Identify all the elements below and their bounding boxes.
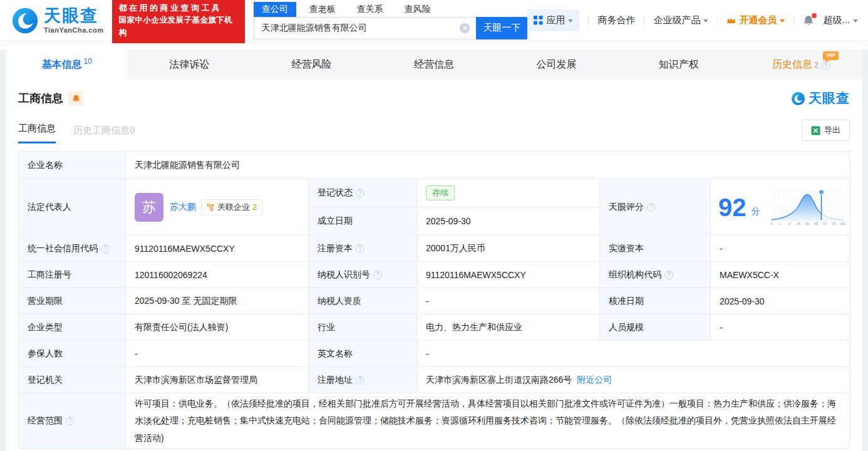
status-badge: 存续 — [426, 185, 455, 200]
search-tab-company[interactable]: 查公司 — [254, 2, 296, 17]
field-english-name-value: - — [417, 341, 849, 367]
excel-icon — [811, 126, 820, 135]
field-reg-status-label: 登记状态? — [309, 179, 417, 207]
help-icon[interactable]: ? — [373, 271, 382, 279]
field-approval-date-label: 核准日期 — [600, 288, 711, 314]
nav-enterprise-products[interactable]: 企业级产品 — [653, 14, 708, 26]
subtab-business-info[interactable]: 工商信息 — [18, 123, 56, 143]
promo-banner-line1: 都在用的商业查询工具 — [118, 2, 238, 14]
help-icon[interactable]: ? — [664, 271, 673, 279]
help-icon[interactable]: ? — [101, 244, 110, 253]
score-number: 92 — [718, 195, 747, 220]
field-org-code-value: MAEWX5CC-X — [711, 262, 849, 288]
help-icon[interactable]: ? — [66, 417, 75, 425]
legal-rep-name-link[interactable]: 苏大鹏 — [170, 202, 196, 213]
field-english-name-label: 英文名称 — [309, 341, 417, 367]
network-icon — [207, 203, 215, 211]
field-score-value: 92 分 0 1 3 — [711, 179, 849, 236]
tab-operating-info[interactable]: 经营信息 — [373, 49, 495, 80]
chevron-down-icon — [780, 19, 785, 23]
help-icon[interactable]: ? — [822, 61, 830, 70]
related-companies-count: 2 — [252, 202, 257, 212]
related-companies-badge[interactable]: 关联企业 2 — [201, 199, 262, 215]
field-reg-authority-label: 登记机关 — [19, 367, 126, 393]
tab-intellectual-property[interactable]: 知识产权 — [617, 49, 740, 80]
watermark-text: 天眼查 — [809, 90, 850, 107]
promo-banner: 都在用的商业查询工具 国家中小企业发展子基金旗下机构 — [112, 0, 244, 43]
nav-super-vip[interactable]: 超级... — [823, 14, 858, 26]
nav-divider — [588, 16, 589, 26]
status-date-subgrid: 登记状态? 存续 成立日期 2025-09-30 — [309, 179, 600, 236]
field-industry-label: 行业 — [309, 314, 417, 341]
logo-brand-text: 天眼查 — [44, 8, 103, 24]
apps-grid-icon — [534, 16, 543, 25]
nav-apps[interactable]: 应用 — [527, 9, 579, 31]
search-tab-boss[interactable]: 查老板 — [301, 2, 344, 17]
legal-rep-avatar[interactable]: 苏 — [135, 193, 163, 222]
field-company-type-label: 企业类型 — [19, 314, 126, 341]
export-button[interactable]: 导出 — [802, 120, 850, 141]
field-company-name-value: 天津北疆能源销售有限公司 — [126, 152, 849, 179]
svg-text:15: 15 — [797, 222, 800, 226]
nav-cooperation[interactable]: 商务合作 — [597, 14, 635, 26]
related-companies-label: 关联企业 — [217, 202, 250, 213]
chevron-down-icon — [853, 19, 858, 23]
bell-icon — [72, 95, 80, 103]
logo-swirl-icon — [791, 91, 805, 106]
nav-open-vip[interactable]: 开通会员 — [726, 14, 785, 26]
search-tab-risk[interactable]: 查风险 — [396, 2, 439, 17]
svg-text:97: 97 — [823, 222, 827, 226]
search-input[interactable] — [254, 17, 477, 39]
field-org-code-label: 组织机构代码? — [600, 262, 711, 288]
tab-operating-risk[interactable]: 经营风险 — [251, 49, 373, 80]
field-insured-count-label: 参保人数 — [19, 341, 126, 367]
svg-text:3: 3 — [788, 222, 790, 226]
tab-legal-proceedings[interactable]: 法律诉讼 — [128, 49, 250, 80]
notification-bell[interactable] — [803, 15, 814, 26]
score-axis-labels: 0 1 3 15 50 85 97 99 100 — [771, 222, 845, 226]
tab-basic-info[interactable]: 基本信息10 — [6, 49, 128, 80]
logo-swirl-icon — [11, 7, 39, 34]
field-insured-count-value: - — [126, 341, 309, 367]
search-tabs: 查公司 查老板 查关系 查风险 — [254, 2, 528, 17]
tianyancha-logo[interactable]: 天眼查 TianYanCha.com — [11, 7, 103, 34]
field-staff-size-label: 人员规模 — [600, 314, 711, 341]
tab-history-info[interactable]: VIP 历史信息2? — [740, 49, 862, 80]
field-reg-address-label: 注册地址? — [309, 367, 417, 393]
business-info-table: 企业名称 天津北疆能源销售有限公司 法定代表人 苏 苏大鹏 关联企业 2 — [18, 151, 850, 449]
subscribe-bell-button[interactable] — [68, 91, 83, 106]
field-legal-rep-label: 法定代表人 — [19, 179, 126, 236]
tab-history-count: 2 — [814, 61, 819, 70]
vip-badge: VIP — [823, 51, 839, 60]
field-score-label: 天眼评分? — [600, 179, 711, 236]
field-credit-code-label: 统一社会信用代码? — [19, 236, 126, 262]
field-establish-date-label: 成立日期 — [309, 207, 417, 236]
tab-ip-label: 知识产权 — [659, 59, 699, 70]
nav-vip-label: 开通会员 — [739, 14, 777, 26]
field-business-term-value: 2025-09-30 至 无固定期限 — [126, 288, 309, 314]
field-reg-number-value: 120116002069224 — [126, 262, 309, 288]
tab-risk-label: 经营风险 — [292, 59, 332, 70]
help-icon[interactable]: ? — [356, 376, 364, 385]
field-taxpayer-id-value: 91120116MAEWX5CCXY — [417, 262, 600, 288]
search-tab-relation[interactable]: 查关系 — [349, 2, 391, 17]
nearby-companies-link[interactable]: 附近公司 — [577, 375, 612, 386]
field-paid-capital-label: 实缴资本 — [600, 236, 711, 262]
page: { "header": { "logo": {"brand": "天眼查", "… — [0, 0, 868, 451]
help-icon[interactable]: ? — [647, 203, 656, 212]
crown-icon — [726, 16, 736, 24]
svg-text:85: 85 — [814, 222, 818, 226]
score-distribution-chart: 0 1 3 15 50 85 97 99 100 — [769, 187, 845, 228]
help-icon[interactable]: ? — [356, 244, 364, 253]
tab-company-development[interactable]: 公司发展 — [495, 49, 617, 80]
field-staff-size-value: - — [711, 314, 849, 341]
search-button[interactable]: 天眼一下 — [476, 17, 527, 39]
field-taxpayer-quality-value: - — [417, 288, 600, 314]
clear-search-icon[interactable]: ✕ — [460, 23, 470, 33]
nav-divider — [644, 16, 644, 26]
help-icon[interactable]: ? — [356, 189, 364, 197]
tab-history-label: 历史信息 — [772, 59, 812, 70]
export-label: 导出 — [824, 125, 840, 136]
subtab-history-business-info[interactable]: 历史工商信息0 — [73, 125, 135, 143]
field-taxpayer-quality-label: 纳税人资质 — [309, 288, 417, 314]
